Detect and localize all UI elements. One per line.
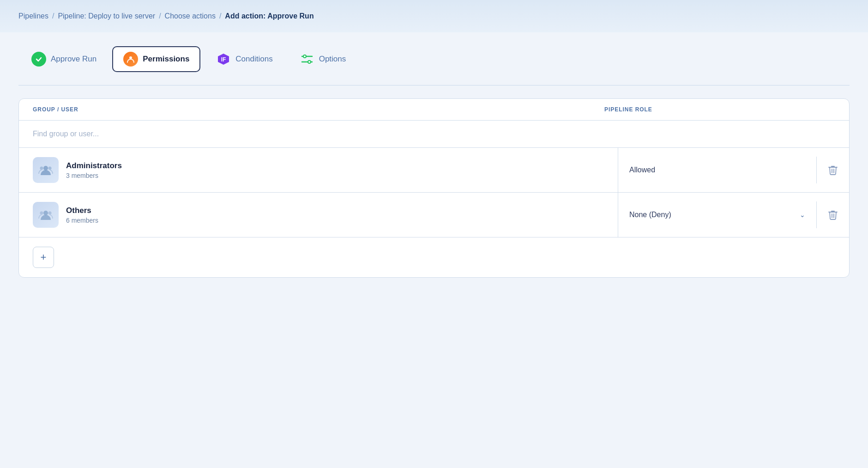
role-value-administrators: Allowed <box>629 166 655 174</box>
chevron-down-icon: ⌄ <box>800 211 805 219</box>
breadcrumb-choose-actions[interactable]: Choose actions <box>165 12 216 20</box>
user-cell-others: Others 6 members <box>19 193 618 237</box>
role-cell-others[interactable]: None (Deny) ⌄ <box>618 201 817 228</box>
svg-point-8 <box>40 167 43 170</box>
permissions-icon <box>123 52 138 67</box>
svg-text:IF: IF <box>221 56 226 63</box>
svg-point-9 <box>48 167 52 170</box>
tabs-row: Approve Run Permissions IF Conditions <box>18 46 850 72</box>
search-input[interactable] <box>33 130 835 138</box>
user-members-administrators: 3 members <box>66 172 122 179</box>
breadcrumb-sep-3: / <box>219 12 221 20</box>
table-header: GROUP / USER PIPELINE ROLE <box>19 99 849 121</box>
tab-approve-run-label: Approve Run <box>51 55 96 64</box>
breadcrumb-pipelines[interactable]: Pipelines <box>18 12 48 20</box>
table-row: Administrators 3 members Allowed <box>19 148 849 193</box>
tab-permissions-label: Permissions <box>143 55 189 64</box>
col-pipeline-role: PIPELINE ROLE <box>604 106 803 113</box>
delete-button-administrators[interactable] <box>826 162 840 178</box>
conditions-icon: IF <box>216 52 231 67</box>
approve-run-icon <box>31 52 46 67</box>
col-group-user: GROUP / USER <box>33 106 604 113</box>
delete-cell-administrators <box>817 153 849 187</box>
options-icon <box>300 52 314 67</box>
svg-point-12 <box>48 212 52 215</box>
svg-point-6 <box>308 61 311 63</box>
svg-point-11 <box>40 212 43 215</box>
tab-options-label: Options <box>319 55 346 64</box>
delete-button-others[interactable] <box>826 207 840 223</box>
breadcrumb-sep-2: / <box>159 12 161 20</box>
tab-options[interactable]: Options <box>289 46 357 72</box>
svg-point-4 <box>303 55 306 58</box>
breadcrumb-sep-1: / <box>52 12 54 20</box>
avatar-others <box>33 202 59 228</box>
user-info-others: Others 6 members <box>66 206 98 224</box>
svg-point-10 <box>43 211 48 215</box>
role-cell-administrators: Allowed <box>618 157 817 183</box>
tab-approve-run[interactable]: Approve Run <box>20 46 108 72</box>
tab-permissions[interactable]: Permissions <box>112 46 200 72</box>
user-members-others: 6 members <box>66 217 98 224</box>
svg-point-7 <box>43 166 48 170</box>
main-content: Approve Run Permissions IF Conditions <box>0 32 868 292</box>
breadcrumb-pipeline-name[interactable]: Pipeline: Deploy to live server <box>58 12 155 20</box>
breadcrumb-current: Add action: Approve Run <box>225 12 313 20</box>
user-name-administrators: Administrators <box>66 161 122 170</box>
breadcrumb-bar: Pipelines / Pipeline: Deploy to live ser… <box>0 0 868 32</box>
delete-cell-others <box>817 198 849 232</box>
search-row[interactable] <box>19 121 849 148</box>
tab-divider <box>18 85 850 85</box>
user-info-administrators: Administrators 3 members <box>66 161 122 179</box>
role-value-others: None (Deny) <box>629 211 671 219</box>
table-row: Others 6 members None (Deny) ⌄ <box>19 193 849 237</box>
avatar-administrators <box>33 157 59 183</box>
permissions-card: GROUP / USER PIPELINE ROLE <box>18 98 850 278</box>
tab-conditions[interactable]: IF Conditions <box>205 46 283 72</box>
add-permission-button[interactable]: + <box>33 247 54 268</box>
user-name-others: Others <box>66 206 98 215</box>
tab-conditions-label: Conditions <box>235 55 272 64</box>
add-row: + <box>19 237 849 277</box>
user-cell-administrators: Administrators 3 members <box>19 148 618 192</box>
